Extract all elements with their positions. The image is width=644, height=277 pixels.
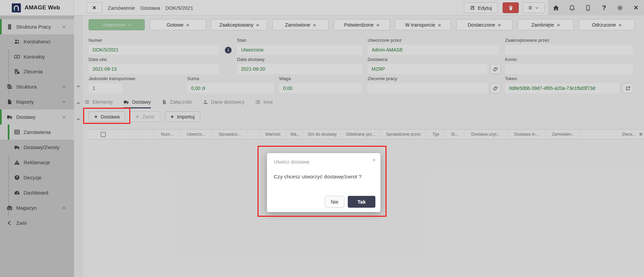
sidebar-item-dashboard[interactable]: Dashboard — [0, 185, 74, 200]
dialog-close-icon[interactable]: × — [372, 157, 376, 163]
column-header-dostawa-inna[interactable]: Dostawa in... — [507, 130, 546, 139]
list-icon — [255, 99, 261, 105]
workflow-state-zamkniete[interactable]: Zamknięte» — [517, 19, 574, 30]
truck-icon — [14, 144, 20, 150]
dialog-no-button[interactable]: Nie — [325, 196, 344, 208]
field-utworzone-przez: Utworzone przez Admin AMAGE — [368, 38, 499, 55]
dialog-footer: Nie Tak — [325, 196, 375, 208]
more-actions-button[interactable]: ≡ — [522, 2, 545, 13]
close-document-button[interactable]: × — [87, 2, 102, 13]
import-button[interactable]: + Importuj — [165, 111, 200, 122]
amage-logo-icon — [12, 3, 21, 12]
sidebar-collapse-button[interactable]: Zwiń — [0, 215, 74, 231]
active-section-bar — [0, 109, 2, 125]
column-header-sprawdzone[interactable]: Sprawdzo... — [212, 130, 247, 139]
splitter-chevron-up-icon[interactable] — [76, 101, 80, 105]
waga-value: 0,00 — [279, 83, 362, 93]
home-button[interactable] — [550, 2, 562, 13]
active-item-bar — [8, 125, 9, 140]
collapse-form-chevron-up-icon[interactable] — [76, 84, 80, 89]
dostawca-value: MZRP — [368, 64, 487, 74]
hamburger-icon: ≡ — [529, 4, 532, 11]
dostawca-attach-button[interactable] — [490, 64, 501, 74]
workflow-state-zaakceptowany[interactable]: Zaakceptowany» — [211, 19, 267, 30]
column-header-utworzone[interactable]: Utworzo... — [180, 130, 212, 139]
breadcrumb-module[interactable]: Zamówienie — [108, 5, 135, 11]
close-window-button[interactable]: × — [630, 2, 642, 13]
add-dostawa-button[interactable]: + Dostawa — [89, 111, 125, 122]
column-header-sprawdzone-przez[interactable]: Sprawdzone przez — [381, 130, 427, 139]
workflow-state-gotowe[interactable]: Gotowe» — [150, 19, 206, 30]
help-button[interactable]: ? — [598, 2, 610, 13]
column-header-dostawa-uzytkownik[interactable]: Dostawa użyt... — [464, 130, 507, 139]
column-header-wartosc[interactable]: Wartość — [260, 130, 286, 139]
list-icon — [84, 99, 90, 105]
notifications-button[interactable] — [566, 2, 578, 13]
zlecenie-pracy-attach-button[interactable] — [490, 83, 501, 93]
sidebar-item-kontrakty[interactable]: Kontrakty — [0, 49, 74, 64]
trash-icon — [508, 5, 514, 11]
workflow-state-bar: Utworzone» Gotowe» Zaakceptowany» Zamówi… — [89, 19, 635, 30]
column-settings-icon[interactable]: ≡ — [639, 131, 643, 137]
paperclip-icon — [493, 67, 498, 72]
delete-button[interactable] — [503, 2, 519, 13]
sidebar-item-zlecenia[interactable]: Zlecenia — [0, 64, 74, 79]
sidebar-item-raporty[interactable]: Raporty — [0, 94, 74, 109]
panel-gutter — [74, 15, 82, 277]
suma-value: 0,00 zł — [187, 83, 274, 93]
sidebar-item-zamowienia[interactable]: Zamówienia — [0, 125, 74, 140]
mobile-app-button[interactable] — [582, 2, 594, 13]
workflow-state-odrzucone[interactable]: Odrzucone» — [579, 19, 635, 30]
report-icon — [7, 99, 12, 105]
dialog-yes-button[interactable]: Tak — [348, 196, 375, 208]
add-zwrot-button[interactable]: + Zwrot — [130, 111, 160, 122]
column-header-typ[interactable]: Typ — [427, 130, 445, 139]
column-header[interactable] — [142, 130, 155, 139]
field-zaakceptowane-przez: Zaakceptowane przez — [505, 38, 633, 55]
utworzone-przez-value: Admin AMAGE — [368, 45, 499, 55]
column-header[interactable] — [247, 130, 260, 139]
deliveries-table-header: Num... Utworzo... Sprawdzo... Wartość Wa… — [89, 129, 644, 139]
sidebar-item-reklamacje[interactable]: Reklamacje — [0, 155, 74, 170]
workflow-state-zamowione[interactable]: Zamówione» — [272, 19, 329, 30]
workflow-state-w-transporcie[interactable]: W transporcie» — [395, 19, 451, 30]
building-icon — [7, 24, 12, 30]
brand-name: AMAGE Web — [25, 4, 60, 11]
konto-value — [505, 64, 633, 74]
sidebar-item-struktura-pracy[interactable]: Struktura Pracy — [0, 19, 74, 34]
workflow-state-utworzone[interactable]: Utworzone» — [89, 19, 145, 30]
column-header[interactable] — [130, 130, 142, 139]
sidebar-item-decyzje[interactable]: Decyzje — [0, 170, 74, 185]
column-header-zamowienie[interactable]: Zamówien... — [546, 130, 581, 139]
splitter-chevron-down-icon[interactable] — [76, 117, 80, 122]
breadcrumb-section[interactable]: Dostawa — [140, 5, 160, 11]
column-header-dni-do-dostawy[interactable]: Dni do dostawy — [304, 130, 341, 139]
workflow-state-dostarczone[interactable]: Dostarczone» — [456, 19, 512, 30]
tab-inne[interactable]: Inne — [255, 99, 273, 108]
sidebar-item-struktura[interactable]: Struktura — [0, 79, 74, 94]
column-header-waga[interactable]: Wa... — [286, 130, 304, 139]
active-section-bar — [0, 19, 2, 34]
token-open-button[interactable] — [622, 83, 634, 93]
tab-dostawy[interactable]: Dostawy — [124, 99, 151, 108]
info-icon[interactable]: i — [225, 47, 232, 54]
column-header-stan[interactable]: St... — [445, 130, 464, 139]
sidebar-item-kontrahenci[interactable]: Kontrahenci — [0, 34, 74, 49]
sidebar-item-magazyn[interactable]: Magazyn — [0, 200, 74, 215]
column-header-numer[interactable]: Num... — [155, 130, 180, 139]
tab-zalaczniki[interactable]: Załączniki — [162, 99, 192, 108]
edit-button[interactable]: Edytuj — [464, 2, 498, 13]
tab-dane-dostawcy[interactable]: Dane dostawcy — [203, 99, 244, 108]
sitemap-icon — [7, 84, 12, 90]
sidebar-item-dostawy-zwroty[interactable]: Dostawy/Zwroty — [0, 140, 74, 155]
column-header[interactable] — [118, 130, 130, 139]
sidebar-item-dostawy[interactable]: Dostawy — [0, 109, 74, 125]
workflow-state-potwierdzone[interactable]: Potwierdzone» — [334, 19, 390, 30]
tab-elementy[interactable]: Elementy — [84, 99, 113, 108]
double-arrow-icon: » — [557, 22, 560, 28]
double-arrow-icon: » — [256, 22, 259, 28]
column-header-odebrane-przez[interactable]: Odebrane prz... — [341, 130, 381, 139]
order-building-icon — [14, 69, 20, 74]
settings-button[interactable] — [614, 2, 626, 13]
select-all-checkbox[interactable] — [101, 132, 106, 137]
